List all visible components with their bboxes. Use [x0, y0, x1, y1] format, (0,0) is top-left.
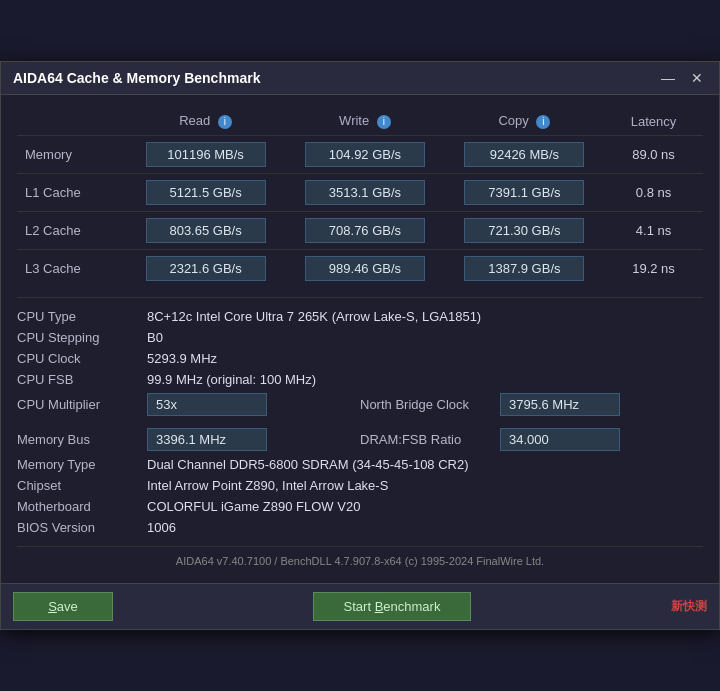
- chipset-row: Chipset Intel Arrow Point Z890, Intel Ar…: [17, 475, 703, 496]
- l2-copy: 721.30 GB/s: [445, 212, 604, 250]
- bios-label: BIOS Version: [17, 520, 147, 535]
- memory-copy: 92426 MB/s: [445, 136, 604, 174]
- cpu-multiplier-row: CPU Multiplier 53x North Bridge Clock 37…: [17, 390, 703, 419]
- l3-write: 989.46 GB/s: [285, 250, 444, 288]
- write-info-icon[interactable]: i: [377, 115, 391, 129]
- cpu-fsb-label: CPU FSB: [17, 372, 147, 387]
- table-row: Memory 101196 MB/s 104.92 GB/s 92426 MB/…: [17, 136, 703, 174]
- cpu-type-label: CPU Type: [17, 309, 147, 324]
- header-copy: Copy i: [445, 107, 604, 136]
- save-button[interactable]: Save: [13, 592, 113, 621]
- main-content: Read i Write i Copy i Latency Mem: [1, 95, 719, 583]
- table-row: L1 Cache 5121.5 GB/s 3513.1 GB/s 7391.1 …: [17, 174, 703, 212]
- main-window: AIDA64 Cache & Memory Benchmark — ✕ Read…: [0, 61, 720, 630]
- cpu-multiplier-label: CPU Multiplier: [17, 397, 147, 412]
- window-title: AIDA64 Cache & Memory Benchmark: [13, 70, 260, 86]
- l1-read: 5121.5 GB/s: [126, 174, 285, 212]
- cpu-fsb-row: CPU FSB 99.9 MHz (original: 100 MHz): [17, 369, 703, 390]
- table-row: L3 Cache 2321.6 GB/s 989.46 GB/s 1387.9 …: [17, 250, 703, 288]
- copy-info-icon[interactable]: i: [536, 115, 550, 129]
- l1-label: L1 Cache: [17, 174, 126, 212]
- l3-read: 2321.6 GB/s: [126, 250, 285, 288]
- cpu-type-row: CPU Type 8C+12c Intel Core Ultra 7 265K …: [17, 306, 703, 327]
- l2-latency: 4.1 ns: [604, 212, 703, 250]
- cpu-clock-row: CPU Clock 5293.9 MHz: [17, 348, 703, 369]
- watermark-text: 新快测: [671, 598, 707, 615]
- table-row: L2 Cache 803.65 GB/s 708.76 GB/s 721.30 …: [17, 212, 703, 250]
- cpu-stepping-value: B0: [147, 330, 703, 345]
- memory-label: Memory: [17, 136, 126, 174]
- cpu-fsb-value: 99.9 MHz (original: 100 MHz): [147, 372, 703, 387]
- chipset-value: Intel Arrow Point Z890, Intel Arrow Lake…: [147, 478, 703, 493]
- close-button[interactable]: ✕: [687, 70, 707, 86]
- memory-type-row: Memory Type Dual Channel DDR5-6800 SDRAM…: [17, 454, 703, 475]
- title-bar: AIDA64 Cache & Memory Benchmark — ✕: [1, 62, 719, 95]
- dram-fsb-value: 34.000: [500, 428, 620, 451]
- memory-bus-label: Memory Bus: [17, 432, 147, 447]
- l2-read: 803.65 GB/s: [126, 212, 285, 250]
- cpu-clock-label: CPU Clock: [17, 351, 147, 366]
- north-bridge-value: 3795.6 MHz: [500, 393, 620, 416]
- l3-label: L3 Cache: [17, 250, 126, 288]
- read-info-icon[interactable]: i: [218, 115, 232, 129]
- cpu-type-value: 8C+12c Intel Core Ultra 7 265K (Arrow La…: [147, 309, 703, 324]
- minimize-button[interactable]: —: [657, 70, 679, 86]
- memory-read: 101196 MB/s: [126, 136, 285, 174]
- dram-fsb-label: DRAM:FSB Ratio: [360, 432, 500, 447]
- cpu-stepping-label: CPU Stepping: [17, 330, 147, 345]
- footer-text: AIDA64 v7.40.7100 / BenchDLL 4.7.907.8-x…: [17, 546, 703, 571]
- header-latency: Latency: [604, 107, 703, 136]
- l1-write: 3513.1 GB/s: [285, 174, 444, 212]
- l1-copy: 7391.1 GB/s: [445, 174, 604, 212]
- memory-bus-row: Memory Bus 3396.1 MHz DRAM:FSB Ratio 34.…: [17, 425, 703, 454]
- cpu-multiplier-value: 53x: [147, 393, 267, 416]
- l3-copy: 1387.9 GB/s: [445, 250, 604, 288]
- info-section: CPU Type 8C+12c Intel Core Ultra 7 265K …: [17, 297, 703, 538]
- l1-latency: 0.8 ns: [604, 174, 703, 212]
- memory-type-value: Dual Channel DDR5-6800 SDRAM (34-45-45-1…: [147, 457, 703, 472]
- l3-latency: 19.2 ns: [604, 250, 703, 288]
- chipset-label: Chipset: [17, 478, 147, 493]
- memory-latency: 89.0 ns: [604, 136, 703, 174]
- north-bridge-label: North Bridge Clock: [360, 397, 500, 412]
- memory-type-label: Memory Type: [17, 457, 147, 472]
- header-read: Read i: [126, 107, 285, 136]
- window-controls: — ✕: [657, 70, 707, 86]
- cpu-stepping-row: CPU Stepping B0: [17, 327, 703, 348]
- save-label: Save: [48, 599, 78, 614]
- l2-label: L2 Cache: [17, 212, 126, 250]
- memory-write: 104.92 GB/s: [285, 136, 444, 174]
- motherboard-label: Motherboard: [17, 499, 147, 514]
- cpu-clock-value: 5293.9 MHz: [147, 351, 703, 366]
- button-bar: Save Start Benchmark 新快测: [1, 583, 719, 629]
- start-label: Start Benchmark: [344, 599, 441, 614]
- motherboard-row: Motherboard COLORFUL iGame Z890 FLOW V20: [17, 496, 703, 517]
- memory-bus-value: 3396.1 MHz: [147, 428, 267, 451]
- header-write: Write i: [285, 107, 444, 136]
- benchmark-table: Read i Write i Copy i Latency Mem: [17, 107, 703, 287]
- l2-write: 708.76 GB/s: [285, 212, 444, 250]
- bios-row: BIOS Version 1006: [17, 517, 703, 538]
- motherboard-value: COLORFUL iGame Z890 FLOW V20: [147, 499, 703, 514]
- bios-value: 1006: [147, 520, 703, 535]
- start-benchmark-button[interactable]: Start Benchmark: [313, 592, 472, 621]
